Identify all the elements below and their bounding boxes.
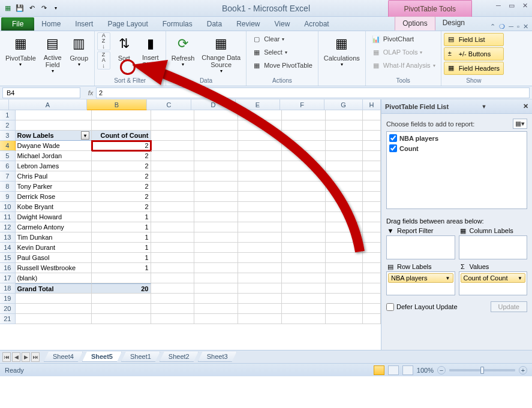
cell-G18[interactable] <box>326 283 363 294</box>
sheet-tab-sheet2[interactable]: Sheet2 <box>160 352 199 362</box>
tab-view[interactable]: View <box>267 17 297 31</box>
cell-B4[interactable]: 2 <box>92 141 151 151</box>
sheet-nav-next[interactable]: ▶ <box>22 352 30 362</box>
row-pill-nba-players[interactable]: NBA players▼ <box>388 273 453 283</box>
worksheet-grid[interactable]: ABCDEFGH 123Row Labels▾Count of Count4Dw… <box>0 99 381 350</box>
cell-C19[interactable] <box>151 294 195 304</box>
defer-update-checkbox[interactable] <box>386 303 394 311</box>
cell-E10[interactable] <box>238 202 282 212</box>
column-labels-area[interactable]: ▦Column Labels <box>459 227 528 259</box>
tab-page-layout[interactable]: Page Layout <box>100 17 155 31</box>
cell-E6[interactable] <box>238 161 282 171</box>
cell-D11[interactable] <box>194 212 238 222</box>
sort-az-button[interactable]: AZ↓ <box>97 32 110 50</box>
cell-D19[interactable] <box>194 294 238 304</box>
cell-C20[interactable] <box>151 304 195 314</box>
cell-A10[interactable]: Kobe Bryant <box>16 202 92 212</box>
move-pivottable-button[interactable]: ▦Move PivotTable <box>249 59 315 72</box>
report-filter-area[interactable]: ▼Report Filter <box>386 227 455 259</box>
cell-C3[interactable] <box>151 131 195 141</box>
cell-H19[interactable] <box>363 294 381 304</box>
plus-minus-buttons-toggle[interactable]: ±+/- Buttons <box>444 47 504 61</box>
cell-H20[interactable] <box>363 304 381 314</box>
update-button[interactable]: Update <box>491 301 527 312</box>
select-all-corner[interactable] <box>0 99 9 110</box>
cell-G14[interactable] <box>326 243 363 253</box>
cell-C10[interactable] <box>151 202 195 212</box>
cell-C17[interactable] <box>151 273 195 283</box>
cell-A21[interactable] <box>16 314 92 324</box>
sheet-nav-prev[interactable]: ◀ <box>12 352 20 362</box>
cell-F5[interactable] <box>282 151 326 161</box>
cell-G3[interactable] <box>326 131 363 141</box>
fx-icon[interactable]: fx <box>85 87 96 98</box>
cell-F19[interactable] <box>282 294 326 304</box>
cell-G6[interactable] <box>326 161 363 171</box>
cell-A19[interactable] <box>16 294 92 304</box>
cell-G4[interactable] <box>326 141 363 151</box>
insert-slicer-button[interactable]: ▮Insert Slicer▾ <box>138 32 163 75</box>
cell-F6[interactable] <box>282 161 326 171</box>
cell-C7[interactable] <box>151 171 195 182</box>
cell-F21[interactable] <box>282 314 326 324</box>
cell-F17[interactable] <box>282 273 326 283</box>
cell-B10[interactable]: 2 <box>92 202 151 212</box>
cell-C21[interactable] <box>151 314 195 324</box>
cell-A4[interactable]: Dwyane Wade <box>16 141 92 151</box>
cell-D12[interactable] <box>194 222 238 232</box>
cell-F11[interactable] <box>282 212 326 222</box>
row-header-2[interactable]: 2 <box>0 120 16 131</box>
refresh-button[interactable]: ⟳Refresh▾ <box>169 32 198 75</box>
col-header-C[interactable]: C <box>147 99 191 110</box>
cell-E14[interactable] <box>238 243 282 253</box>
cell-G15[interactable] <box>326 253 363 263</box>
pivottable-button[interactable]: ▦PivotTable▾ <box>2 32 39 75</box>
cell-A17[interactable]: (blank) <box>16 273 92 283</box>
clear-button[interactable]: ▢Clear ▾ <box>249 32 315 46</box>
cell-E15[interactable] <box>238 253 282 263</box>
cell-C15[interactable] <box>151 253 195 263</box>
cell-C18[interactable] <box>151 283 195 294</box>
doc-restore-icon[interactable]: ▫ <box>517 23 519 31</box>
cell-G16[interactable] <box>326 263 363 273</box>
col-header-D[interactable]: D <box>191 99 236 110</box>
row-header-19[interactable]: 19 <box>0 294 16 304</box>
cell-D4[interactable] <box>194 141 238 151</box>
cell-H13[interactable] <box>363 232 381 243</box>
cell-A12[interactable]: Carmelo Antony <box>16 222 92 232</box>
cell-B18[interactable]: 20 <box>92 283 151 294</box>
cell-C12[interactable] <box>151 222 195 232</box>
cell-H6[interactable] <box>363 161 381 171</box>
pivotchart-button[interactable]: 📊PivotChart <box>368 32 438 46</box>
cell-D6[interactable] <box>194 161 238 171</box>
sheet-tab-sheet4[interactable]: Sheet4 <box>44 352 83 362</box>
cell-B13[interactable]: 1 <box>92 232 151 243</box>
cell-H17[interactable] <box>363 273 381 283</box>
cell-A15[interactable]: Paul Gasol <box>16 253 92 263</box>
field-list-box[interactable]: NBA players Count <box>386 131 527 209</box>
layout-options-button[interactable]: ▦▾ <box>513 119 527 129</box>
cell-C13[interactable] <box>151 232 195 243</box>
cell-E9[interactable] <box>238 192 282 202</box>
cell-D16[interactable] <box>194 263 238 273</box>
cell-B7[interactable]: 2 <box>92 171 151 182</box>
cell-D9[interactable] <box>194 192 238 202</box>
cell-B20[interactable] <box>92 304 151 314</box>
cell-E13[interactable] <box>238 232 282 243</box>
cell-E11[interactable] <box>238 212 282 222</box>
cell-G13[interactable] <box>326 232 363 243</box>
cell-H15[interactable] <box>363 253 381 263</box>
col-header-H[interactable]: H <box>363 99 381 110</box>
cell-F8[interactable] <box>282 182 326 192</box>
cell-A8[interactable]: Tony Parker <box>16 182 92 192</box>
field-nba-players[interactable]: NBA players <box>388 133 525 143</box>
cell-D7[interactable] <box>194 171 238 182</box>
field-list-toggle[interactable]: ▤Field List <box>444 33 504 46</box>
panel-close-icon[interactable]: ✕ <box>523 102 528 110</box>
cell-A7[interactable]: Chris Paul <box>16 171 92 182</box>
cell-E4[interactable] <box>238 141 282 151</box>
group-button[interactable]: ▥Group▾ <box>67 32 92 75</box>
cell-G1[interactable] <box>326 110 363 120</box>
cell-H3[interactable] <box>363 131 381 141</box>
col-header-A[interactable]: A <box>9 99 87 110</box>
